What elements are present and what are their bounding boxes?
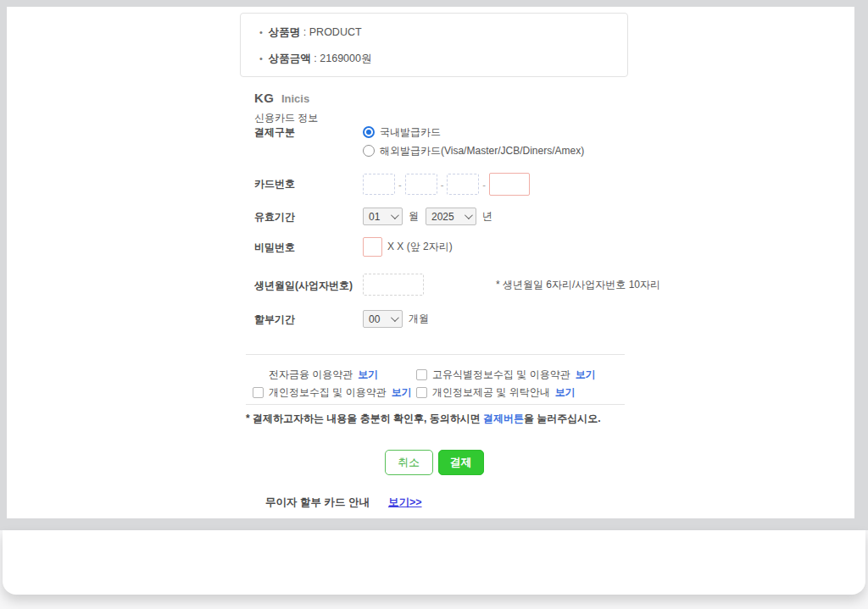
product-amount-label: 상품금액 [269, 53, 311, 64]
divider [246, 354, 625, 355]
radio-option-label: 해외발급카드(Visa/Master/JCB/Diners/Amex) [380, 145, 584, 157]
radio-option-label: 국내발급카드 [380, 126, 441, 138]
term-unique-id-collection: 고유식별정보수집 및 이용약관 보기 [416, 368, 596, 380]
password-row: 비밀번호 X X (앞 2자리) [254, 237, 453, 257]
card-number-input-3[interactable] [447, 174, 479, 195]
dash-separator: - [398, 180, 402, 190]
month-suffix: 월 [409, 208, 419, 225]
product-name-value: : PRODUCT [300, 26, 361, 38]
term-electronic-finance: 전자금융 이용약관 보기 [253, 368, 416, 380]
term-label: 개인정보수집 및 이용약관 [269, 385, 387, 400]
payment-type-row: 결제구분 국내발급카드 해외발급카드(Visa/Master/JCB/Diner… [254, 126, 584, 157]
interest-free-label: 무이자 할부 카드 안내 [265, 496, 370, 510]
interest-free-row: 무이자 할부 카드 안내 보기>> [265, 496, 422, 510]
payment-page: • 상품명 : PRODUCT • 상품금액 : 2169000원 KG Ini… [0, 0, 868, 609]
divider [246, 404, 625, 405]
password-fields: X X (앞 2자리) [363, 237, 453, 257]
product-summary-box: • 상품명 : PRODUCT • 상품금액 : 2169000원 [240, 13, 628, 77]
term-label: 개인정보제공 및 위탁안내 [432, 385, 550, 400]
kg-inicis-logo: KG Inicis [254, 91, 309, 106]
cancel-button[interactable]: 취소 [385, 450, 433, 475]
term-personal-info-collection: 개인정보수집 및 이용약관 보기 [253, 386, 416, 398]
expiry-fields: 01 월 2025 년 [363, 208, 492, 225]
expiry-year-select[interactable]: 2025 [426, 208, 476, 225]
chevron-down-icon [391, 211, 399, 219]
installment-value: 00 [369, 313, 380, 325]
expiry-year-value: 2025 [431, 211, 454, 223]
checkbox-icon[interactable] [253, 387, 264, 398]
section-title: 신용카드 정보 [254, 111, 318, 125]
year-suffix: 년 [482, 208, 492, 225]
interest-free-view-link[interactable]: 보기>> [388, 496, 422, 510]
product-amount-line: • 상품금액 : 2169000원 [259, 53, 627, 64]
note-prefix: * 결제하고자하는 내용을 충분히 확인후, 동의하시면 [246, 412, 483, 424]
password-hint: X X (앞 2자리) [387, 240, 453, 254]
payment-type-options: 국내발급카드 해외발급카드(Visa/Master/JCB/Diners/Ame… [363, 126, 584, 157]
birthdate-input[interactable] [363, 274, 424, 296]
payment-panel: • 상품명 : PRODUCT • 상품금액 : 2169000원 KG Ini… [7, 7, 854, 518]
installment-select[interactable]: 00 [363, 310, 403, 328]
radio-checked-icon[interactable] [363, 126, 375, 138]
radio-option-overseas-card[interactable]: 해외발급카드(Visa/Master/JCB/Diners/Amex) [363, 145, 584, 157]
kg-logo-text: KG [254, 91, 275, 105]
birthdate-row: 생년월일(사업자번호) * 생년월일 6자리/사업자번호 10자리 [254, 274, 660, 296]
checkbox-icon[interactable] [416, 369, 427, 380]
card-number-row: 카드번호 - - - [254, 173, 530, 196]
card-number-label: 카드번호 [254, 173, 363, 190]
bullet-icon: • [259, 53, 263, 64]
term-personal-info-provision: 개인정보제공 및 위탁안내 보기 [416, 386, 596, 398]
checkbox-icon[interactable] [416, 387, 427, 398]
installment-suffix: 개월 [409, 310, 429, 328]
term-label: 전자금융 이용약관 [269, 368, 353, 382]
radio-unchecked-icon[interactable] [363, 145, 375, 157]
installment-label: 할부기간 [254, 310, 363, 325]
footer-card [3, 530, 865, 595]
dash-separator: - [441, 180, 444, 190]
birthdate-fields: * 생년월일 6자리/사업자번호 10자리 [363, 274, 660, 296]
confirmation-note: * 결제하고자하는 내용을 충분히 확인후, 동의하시면 결제버튼을 눌러주십시… [246, 412, 601, 426]
term-view-link[interactable]: 보기 [358, 368, 378, 382]
birthdate-label: 생년월일(사업자번호) [254, 274, 363, 291]
birthdate-hint: * 생년월일 6자리/사업자번호 10자리 [496, 278, 660, 292]
product-name-line: • 상품명 : PRODUCT [259, 26, 627, 38]
radio-option-domestic-card[interactable]: 국내발급카드 [363, 126, 584, 138]
installment-fields: 00 개월 [363, 310, 429, 328]
note-pay-button-ref: 결제버튼 [483, 412, 524, 424]
card-number-input-4[interactable] [489, 173, 530, 196]
terms-list: 전자금융 이용약관 보기 고유식별정보수집 및 이용약관 보기 개인정보수집 및… [253, 368, 596, 398]
card-password-input[interactable] [363, 237, 382, 257]
dash-separator: - [482, 180, 486, 190]
expiry-month-select[interactable]: 01 [363, 208, 403, 225]
term-view-link[interactable]: 보기 [555, 385, 576, 400]
bullet-icon: • [259, 26, 263, 38]
product-name-label: 상품명 [269, 26, 301, 38]
product-amount-value: : 2169000원 [311, 53, 372, 64]
payment-type-label: 결제구분 [254, 126, 363, 138]
card-number-input-2[interactable] [405, 174, 437, 195]
expiry-row: 유효기간 01 월 2025 년 [254, 208, 492, 225]
term-view-link[interactable]: 보기 [392, 385, 412, 400]
card-number-input-1[interactable] [363, 174, 395, 195]
pay-button[interactable]: 결제 [438, 450, 484, 475]
card-number-fields: - - - [363, 173, 530, 196]
chevron-down-icon [465, 211, 473, 219]
chevron-down-icon [391, 313, 399, 322]
inicis-logo-text: Inicis [281, 92, 309, 105]
note-suffix: 을 눌러주십시오. [524, 412, 601, 424]
expiry-label: 유효기간 [254, 208, 363, 223]
expiry-month-value: 01 [369, 211, 380, 223]
action-buttons: 취소 결제 [240, 450, 628, 475]
installment-row: 할부기간 00 개월 [254, 310, 429, 328]
term-label: 고유식별정보수집 및 이용약관 [432, 368, 570, 382]
password-label: 비밀번호 [254, 237, 363, 253]
term-view-link[interactable]: 보기 [576, 368, 596, 382]
